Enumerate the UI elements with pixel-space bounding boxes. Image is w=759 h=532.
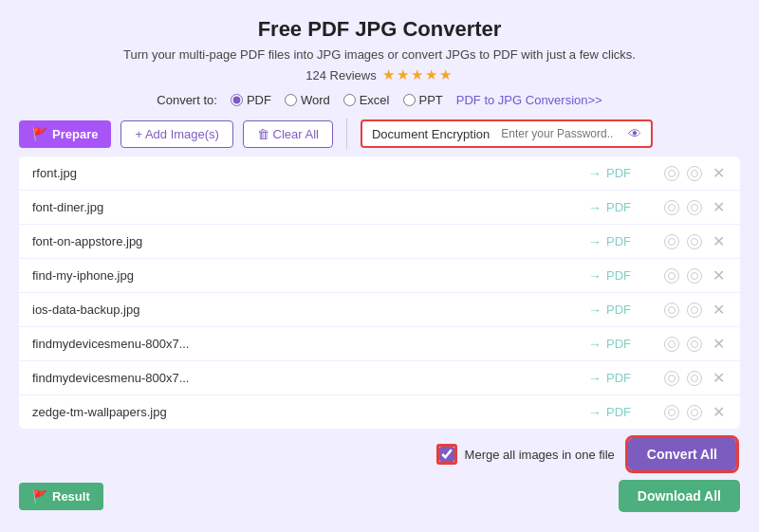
pdf-to-jpg-link[interactable]: PDF to JPG Conversion>> xyxy=(456,93,602,107)
remove-file-button[interactable]: ✕ xyxy=(710,266,727,284)
pdf-radio[interactable] xyxy=(231,94,243,106)
settings-circle-icon[interactable] xyxy=(664,166,679,181)
settings-circle-icon[interactable] xyxy=(664,371,679,386)
toolbar-separator xyxy=(346,119,347,149)
pdf-radio-label[interactable]: PDF xyxy=(231,93,271,107)
encryption-input[interactable] xyxy=(497,125,620,142)
preview-circle-icon[interactable] xyxy=(687,405,702,420)
convert-to-label: Convert to: xyxy=(157,93,217,107)
settings-circle-icon[interactable] xyxy=(664,268,679,284)
preview-circle-icon[interactable] xyxy=(687,268,702,284)
table-row: findmydevicesmenu-800x7... → PDF ✕ xyxy=(19,327,740,361)
settings-circle-icon[interactable] xyxy=(664,303,679,318)
prepare-flag-icon: 🚩 xyxy=(32,127,47,141)
bottom-row: Merge all images in one file Convert All xyxy=(19,438,740,470)
target-format: PDF xyxy=(606,337,631,351)
remove-file-button[interactable]: ✕ xyxy=(710,301,727,319)
arrow-pdf-label: → PDF xyxy=(588,200,664,215)
word-radio[interactable] xyxy=(285,94,297,106)
file-actions: ✕ xyxy=(664,164,727,182)
arrow-icon: → xyxy=(588,303,602,318)
file-name: zedge-tm-wallpapers.jpg xyxy=(32,405,588,419)
excel-radio-label[interactable]: Excel xyxy=(343,93,390,107)
target-format: PDF xyxy=(606,200,631,214)
arrow-pdf-label: → PDF xyxy=(588,337,664,352)
download-all-button[interactable]: Download All xyxy=(619,480,740,512)
arrow-pdf-label: → PDF xyxy=(588,268,664,284)
arrow-pdf-label: → PDF xyxy=(588,303,664,318)
reviews-text: 124 Reviews xyxy=(305,68,376,83)
merge-label: Merge all images in one file xyxy=(465,448,615,462)
file-actions: ✕ xyxy=(664,369,727,387)
page-wrapper: Free PDF JPG Converter Turn your multi-p… xyxy=(0,0,759,532)
result-section: 🚩 Result Download All xyxy=(19,480,740,512)
settings-circle-icon[interactable] xyxy=(664,337,679,352)
remove-file-button[interactable]: ✕ xyxy=(710,198,727,216)
preview-circle-icon[interactable] xyxy=(687,234,702,249)
arrow-icon: → xyxy=(588,405,602,420)
file-actions: ✕ xyxy=(664,198,727,216)
arrow-pdf-label: → PDF xyxy=(588,234,664,249)
file-actions: ✕ xyxy=(664,335,727,353)
remove-file-button[interactable]: ✕ xyxy=(710,403,727,421)
file-actions: ✕ xyxy=(664,301,727,319)
table-row: font-on-appstore.jpg → PDF ✕ xyxy=(19,225,740,259)
preview-circle-icon[interactable] xyxy=(687,200,702,215)
convert-to-row: Convert to: PDF Word Excel PPT PDF to JP… xyxy=(19,93,740,107)
ppt-radio[interactable] xyxy=(403,94,416,106)
preview-circle-icon[interactable] xyxy=(687,166,702,181)
target-format: PDF xyxy=(606,268,631,283)
remove-file-button[interactable]: ✕ xyxy=(710,335,727,353)
prepare-label: Prepare xyxy=(52,127,98,141)
reviews-row: 124 Reviews ★★★★★ xyxy=(19,66,740,83)
preview-circle-icon[interactable] xyxy=(687,337,702,352)
settings-circle-icon[interactable] xyxy=(664,200,679,215)
preview-circle-icon[interactable] xyxy=(687,371,702,386)
convert-all-button[interactable]: Convert All xyxy=(628,438,736,470)
toolbar-row: 🚩 Prepare + Add Image(s) 🗑 Clear All Doc… xyxy=(19,119,740,149)
arrow-icon: → xyxy=(588,268,602,284)
target-format: PDF xyxy=(606,303,631,317)
ppt-radio-label[interactable]: PPT xyxy=(403,93,443,107)
arrow-pdf-label: → PDF xyxy=(588,405,664,420)
settings-circle-icon[interactable] xyxy=(664,405,679,420)
merge-checkbox-wrapper xyxy=(436,444,457,465)
file-name: font-diner.jpg xyxy=(32,200,588,214)
result-badge: 🚩 Result xyxy=(19,483,103,510)
file-name: find-my-iphone.jpg xyxy=(32,268,588,283)
preview-circle-icon[interactable] xyxy=(687,303,702,318)
file-name: rfont.jpg xyxy=(32,166,588,180)
remove-file-button[interactable]: ✕ xyxy=(710,164,727,182)
file-actions: ✕ xyxy=(664,266,727,284)
target-format: PDF xyxy=(606,234,631,248)
remove-file-button[interactable]: ✕ xyxy=(710,369,727,387)
table-row: rfont.jpg → PDF ✕ xyxy=(19,156,740,191)
arrow-icon: → xyxy=(588,200,602,215)
merge-checkbox[interactable] xyxy=(439,447,454,462)
arrow-pdf-label: → PDF xyxy=(588,371,664,386)
stars-rating: ★★★★★ xyxy=(382,66,454,83)
file-name: ios-data-backup.jpg xyxy=(32,303,588,317)
table-row: find-my-iphone.jpg → PDF ✕ xyxy=(19,259,740,293)
clear-all-button[interactable]: 🗑 Clear All xyxy=(243,120,333,148)
arrow-icon: → xyxy=(588,234,602,249)
settings-circle-icon[interactable] xyxy=(664,234,679,249)
table-row: font-diner.jpg → PDF ✕ xyxy=(19,191,740,225)
table-row: findmydevicesmenu-800x7... → PDF ✕ xyxy=(19,361,740,395)
arrow-icon: → xyxy=(588,371,602,386)
encryption-label: Document Encryption xyxy=(372,127,490,141)
result-label: Result xyxy=(52,489,90,504)
arrow-pdf-label: → PDF xyxy=(588,166,664,181)
target-format: PDF xyxy=(606,405,631,419)
excel-radio[interactable] xyxy=(343,94,356,106)
file-name: findmydevicesmenu-800x7... xyxy=(32,337,588,351)
file-name: findmydevicesmenu-800x7... xyxy=(32,371,588,385)
add-image-button[interactable]: + Add Image(s) xyxy=(120,120,233,148)
remove-file-button[interactable]: ✕ xyxy=(710,232,727,250)
subtitle: Turn your multi-page PDF files into JPG … xyxy=(19,47,740,62)
word-radio-label[interactable]: Word xyxy=(285,93,330,107)
header-section: Free PDF JPG Converter Turn your multi-p… xyxy=(19,17,740,83)
eye-icon[interactable]: 👁 xyxy=(628,126,641,141)
table-row: ios-data-backup.jpg → PDF ✕ xyxy=(19,293,740,327)
arrow-icon: → xyxy=(588,337,602,352)
